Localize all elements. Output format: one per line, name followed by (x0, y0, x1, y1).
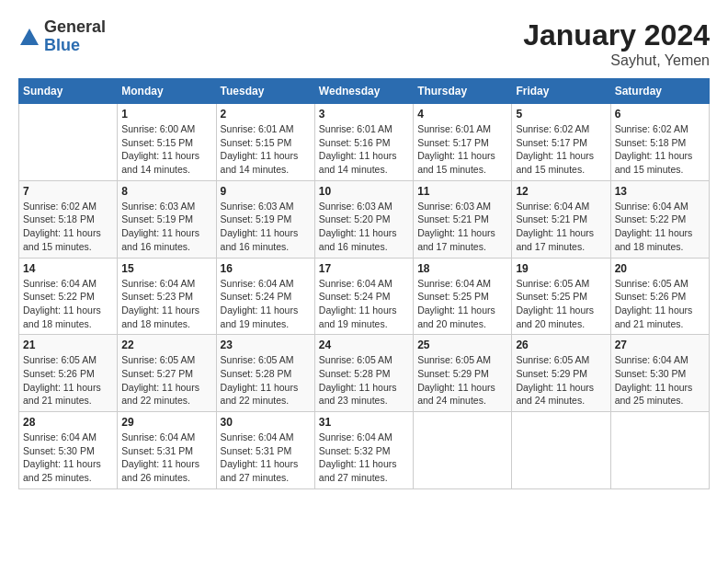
weekday-header: Sunday (19, 79, 118, 104)
calendar-cell (512, 412, 610, 489)
weekday-header: Saturday (610, 79, 709, 104)
calendar-cell: 20Sunrise: 6:05 AMSunset: 5:26 PMDayligh… (610, 258, 709, 335)
calendar-cell: 10Sunrise: 6:03 AMSunset: 5:20 PMDayligh… (314, 180, 413, 258)
day-number: 9 (221, 185, 311, 198)
day-number: 16 (221, 262, 311, 275)
day-detail: Sunrise: 6:05 AMSunset: 5:28 PMDaylight:… (221, 353, 311, 408)
calendar-cell: 18Sunrise: 6:04 AMSunset: 5:25 PMDayligh… (414, 258, 512, 335)
calendar-cell: 24Sunrise: 6:05 AMSunset: 5:28 PMDayligh… (314, 335, 413, 412)
month-year: January 2024 (523, 18, 710, 52)
day-detail: Sunrise: 6:00 AMSunset: 5:15 PMDaylight:… (121, 122, 211, 177)
day-detail: Sunrise: 6:04 AMSunset: 5:21 PMDaylight:… (516, 200, 606, 254)
day-detail: Sunrise: 6:05 AMSunset: 5:25 PMDaylight:… (516, 277, 606, 331)
calendar-week-row: 28Sunrise: 6:04 AMSunset: 5:30 PMDayligh… (19, 412, 710, 489)
day-number: 28 (23, 416, 113, 429)
calendar-week-row: 1Sunrise: 6:00 AMSunset: 5:15 PMDaylight… (19, 104, 710, 181)
calendar-cell: 22Sunrise: 6:05 AMSunset: 5:27 PMDayligh… (118, 335, 216, 412)
logo-general: General (44, 18, 106, 37)
day-number: 13 (615, 185, 705, 198)
day-detail: Sunrise: 6:04 AMSunset: 5:23 PMDaylight:… (121, 277, 211, 331)
day-number: 25 (417, 339, 507, 351)
day-number: 12 (516, 185, 606, 198)
day-number: 6 (615, 108, 705, 121)
day-detail: Sunrise: 6:03 AMSunset: 5:19 PMDaylight:… (121, 200, 211, 254)
location: Sayhut, Yemen (523, 52, 710, 69)
day-number: 29 (121, 416, 211, 429)
calendar-cell: 9Sunrise: 6:03 AMSunset: 5:19 PMDaylight… (216, 180, 314, 258)
logo-icon (18, 27, 40, 49)
day-detail: Sunrise: 6:03 AMSunset: 5:20 PMDaylight:… (319, 200, 409, 254)
calendar-cell (414, 412, 512, 489)
calendar-cell: 16Sunrise: 6:04 AMSunset: 5:24 PMDayligh… (216, 258, 314, 335)
weekday-header: Friday (512, 79, 610, 104)
day-detail: Sunrise: 6:04 AMSunset: 5:24 PMDaylight:… (319, 277, 409, 331)
day-detail: Sunrise: 6:04 AMSunset: 5:30 PMDaylight:… (23, 431, 113, 485)
calendar-cell: 31Sunrise: 6:04 AMSunset: 5:32 PMDayligh… (314, 412, 413, 489)
calendar-cell: 11Sunrise: 6:03 AMSunset: 5:21 PMDayligh… (414, 180, 512, 258)
calendar-cell: 8Sunrise: 6:03 AMSunset: 5:19 PMDaylight… (118, 180, 216, 258)
calendar-cell: 21Sunrise: 6:05 AMSunset: 5:26 PMDayligh… (19, 335, 118, 412)
page-header: General Blue January 2024 Sayhut, Yemen (18, 18, 710, 69)
calendar-cell: 26Sunrise: 6:05 AMSunset: 5:29 PMDayligh… (512, 335, 610, 412)
calendar-cell: 15Sunrise: 6:04 AMSunset: 5:23 PMDayligh… (118, 258, 216, 335)
day-number: 20 (615, 262, 705, 275)
day-detail: Sunrise: 6:04 AMSunset: 5:31 PMDaylight:… (121, 431, 211, 485)
calendar-cell: 1Sunrise: 6:00 AMSunset: 5:15 PMDaylight… (118, 104, 216, 181)
day-detail: Sunrise: 6:05 AMSunset: 5:26 PMDaylight:… (23, 353, 113, 408)
day-number: 18 (417, 262, 507, 275)
logo-blue: Blue (44, 37, 106, 55)
calendar-cell: 25Sunrise: 6:05 AMSunset: 5:29 PMDayligh… (414, 335, 512, 412)
day-number: 7 (23, 185, 113, 198)
day-number: 4 (417, 108, 507, 121)
calendar-cell: 5Sunrise: 6:02 AMSunset: 5:17 PMDaylight… (512, 104, 610, 181)
weekday-header: Tuesday (216, 79, 314, 104)
day-number: 11 (417, 185, 507, 198)
calendar-cell: 3Sunrise: 6:01 AMSunset: 5:16 PMDaylight… (314, 104, 413, 181)
calendar-cell: 14Sunrise: 6:04 AMSunset: 5:22 PMDayligh… (19, 258, 118, 335)
day-detail: Sunrise: 6:04 AMSunset: 5:22 PMDaylight:… (615, 200, 705, 254)
day-number: 24 (319, 339, 409, 351)
calendar-cell: 23Sunrise: 6:05 AMSunset: 5:28 PMDayligh… (216, 335, 314, 412)
day-detail: Sunrise: 6:02 AMSunset: 5:17 PMDaylight:… (516, 122, 606, 177)
day-number: 17 (319, 262, 409, 275)
day-detail: Sunrise: 6:01 AMSunset: 5:16 PMDaylight:… (319, 122, 409, 177)
weekday-header-row: SundayMondayTuesdayWednesdayThursdayFrid… (19, 79, 710, 104)
day-detail: Sunrise: 6:05 AMSunset: 5:29 PMDaylight:… (417, 353, 507, 408)
day-detail: Sunrise: 6:04 AMSunset: 5:32 PMDaylight:… (319, 431, 409, 485)
day-number: 26 (516, 339, 606, 351)
calendar-week-row: 14Sunrise: 6:04 AMSunset: 5:22 PMDayligh… (19, 258, 710, 335)
day-number: 23 (221, 339, 311, 351)
day-number: 31 (319, 416, 409, 429)
calendar-cell: 19Sunrise: 6:05 AMSunset: 5:25 PMDayligh… (512, 258, 610, 335)
calendar-cell (610, 412, 709, 489)
calendar-cell: 7Sunrise: 6:02 AMSunset: 5:18 PMDaylight… (19, 180, 118, 258)
calendar-table: SundayMondayTuesdayWednesdayThursdayFrid… (18, 78, 710, 489)
day-number: 30 (221, 416, 311, 429)
day-number: 5 (516, 108, 606, 121)
calendar-cell: 28Sunrise: 6:04 AMSunset: 5:30 PMDayligh… (19, 412, 118, 489)
calendar-cell: 27Sunrise: 6:04 AMSunset: 5:30 PMDayligh… (610, 335, 709, 412)
day-detail: Sunrise: 6:02 AMSunset: 5:18 PMDaylight:… (23, 200, 113, 254)
day-detail: Sunrise: 6:04 AMSunset: 5:22 PMDaylight:… (23, 277, 113, 331)
day-number: 1 (121, 108, 211, 121)
day-detail: Sunrise: 6:04 AMSunset: 5:24 PMDaylight:… (221, 277, 311, 331)
calendar-cell: 12Sunrise: 6:04 AMSunset: 5:21 PMDayligh… (512, 180, 610, 258)
day-detail: Sunrise: 6:05 AMSunset: 5:28 PMDaylight:… (319, 353, 409, 408)
calendar-week-row: 7Sunrise: 6:02 AMSunset: 5:18 PMDaylight… (19, 180, 710, 258)
day-detail: Sunrise: 6:05 AMSunset: 5:27 PMDaylight:… (121, 353, 211, 408)
weekday-header: Wednesday (314, 79, 413, 104)
calendar-cell: 30Sunrise: 6:04 AMSunset: 5:31 PMDayligh… (216, 412, 314, 489)
day-detail: Sunrise: 6:05 AMSunset: 5:26 PMDaylight:… (615, 277, 705, 331)
day-number: 8 (121, 185, 211, 198)
day-number: 2 (221, 108, 311, 121)
day-detail: Sunrise: 6:01 AMSunset: 5:17 PMDaylight:… (417, 122, 507, 177)
day-number: 21 (23, 339, 113, 351)
title-section: January 2024 Sayhut, Yemen (523, 18, 710, 69)
day-number: 14 (23, 262, 113, 275)
day-number: 22 (121, 339, 211, 351)
day-number: 3 (319, 108, 409, 121)
day-detail: Sunrise: 6:04 AMSunset: 5:30 PMDaylight:… (615, 353, 705, 408)
day-detail: Sunrise: 6:04 AMSunset: 5:31 PMDaylight:… (221, 431, 311, 485)
day-detail: Sunrise: 6:02 AMSunset: 5:18 PMDaylight:… (615, 122, 705, 177)
calendar-cell: 13Sunrise: 6:04 AMSunset: 5:22 PMDayligh… (610, 180, 709, 258)
